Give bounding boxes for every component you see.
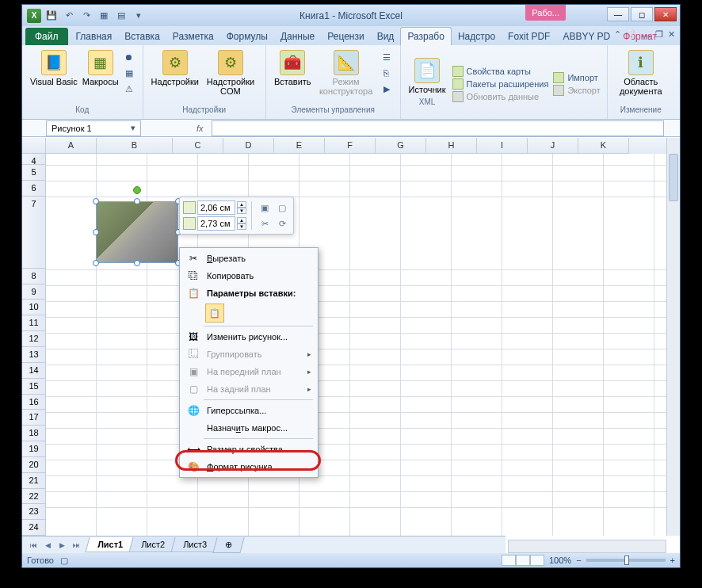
col-header[interactable]: F <box>325 138 376 154</box>
row-header[interactable]: 22 <box>22 489 46 505</box>
map-properties-button[interactable]: Свойства карты <box>452 66 549 77</box>
minimize-button[interactable]: — <box>607 7 629 21</box>
properties-icon[interactable]: ☰ <box>380 50 394 64</box>
spin-up[interactable]: ▲ <box>237 217 246 223</box>
resize-handle[interactable] <box>93 260 99 266</box>
macro-security-icon[interactable]: ⚠ <box>122 82 136 96</box>
row-header[interactable]: 8 <box>22 269 46 284</box>
col-header[interactable]: J <box>528 138 578 154</box>
select-all-corner[interactable] <box>22 138 46 154</box>
chevron-down-icon[interactable]: ▾ <box>131 123 135 133</box>
refresh-data-button[interactable]: Обновить данные <box>452 91 549 102</box>
row-header[interactable]: 20 <box>22 457 46 473</box>
col-header[interactable]: D <box>223 138 274 154</box>
run-dialog-icon[interactable]: ▶ <box>380 82 394 96</box>
save-icon[interactable]: 💾 <box>44 9 59 23</box>
tab-insert[interactable]: Вставка <box>118 28 166 45</box>
bring-front-icon[interactable]: ▣ <box>257 200 273 215</box>
resize-handle[interactable] <box>93 198 99 204</box>
height-input[interactable] <box>197 200 235 215</box>
expansion-packs-button[interactable]: Пакеты расширения <box>452 78 549 90</box>
sheet-tab[interactable]: Лист1 <box>85 537 135 552</box>
view-normal-button[interactable] <box>502 555 516 566</box>
width-input[interactable] <box>197 216 235 231</box>
record-macro-icon[interactable]: ⏺ <box>122 50 136 64</box>
cells[interactable]: ▲▼ ▲▼ ▣ ▢ <box>46 154 680 536</box>
sheet-nav-prev[interactable]: ◀ <box>41 539 54 552</box>
qat-item-icon[interactable]: ▦ <box>97 9 111 23</box>
tab-developer[interactable]: Разрабо <box>400 27 452 45</box>
sheet-nav-first[interactable]: ⏮ <box>27 539 40 552</box>
send-back-icon[interactable]: ▢ <box>274 200 290 215</box>
row-header[interactable]: 19 <box>22 441 46 457</box>
redo-icon[interactable]: ↷ <box>79 9 93 23</box>
zoom-slider[interactable] <box>586 559 666 562</box>
menu-cut[interactable]: ✂Вырезать <box>181 250 316 267</box>
col-header[interactable]: K <box>578 138 629 154</box>
export-button[interactable]: Экспорт <box>553 85 600 96</box>
fx-icon[interactable]: fx <box>196 124 204 133</box>
col-header[interactable]: A <box>46 138 97 154</box>
col-header[interactable]: G <box>376 138 426 154</box>
document-panel-button[interactable]: ℹОбласть документа <box>614 48 668 97</box>
row-header[interactable]: 9 <box>22 284 46 300</box>
picture-object[interactable] <box>96 201 178 263</box>
tab-data[interactable]: Данные <box>274 28 321 45</box>
scrollbar-thumb[interactable] <box>669 154 678 201</box>
crop-icon[interactable]: ✂ <box>257 216 273 231</box>
row-header[interactable]: 5 <box>22 165 46 181</box>
row-header[interactable]: 17 <box>22 410 46 426</box>
menu-hyperlink[interactable]: 🌐Гиперссылка... <box>181 402 316 419</box>
resize-handle[interactable] <box>134 260 140 266</box>
view-break-button[interactable] <box>530 555 544 566</box>
name-box[interactable]: Рисунок 1▾ <box>46 120 141 136</box>
row-header[interactable]: 11 <box>22 315 46 331</box>
tab-foxit[interactable]: Foxit PDF <box>502 28 556 45</box>
row-header[interactable]: 14 <box>22 363 46 379</box>
tab-review[interactable]: Рецензи <box>321 28 370 45</box>
spin-up[interactable]: ▲ <box>237 201 246 208</box>
tab-formulas[interactable]: Формулы <box>220 28 274 45</box>
xml-source-button[interactable]: 📄Источник <box>407 56 448 96</box>
tab-home[interactable]: Главная <box>70 28 119 45</box>
col-header[interactable]: C <box>173 138 223 154</box>
formula-input[interactable] <box>212 120 664 136</box>
col-header[interactable]: I <box>477 138 528 154</box>
undo-icon[interactable]: ↶ <box>62 9 76 23</box>
zoom-out-button[interactable]: − <box>576 556 581 565</box>
tab-layout[interactable]: Разметка <box>166 28 220 45</box>
sheet-nav-next[interactable]: ▶ <box>55 539 68 552</box>
row-header[interactable]: 15 <box>22 379 46 395</box>
row-header[interactable]: 6 <box>22 181 46 197</box>
view-code-icon[interactable]: ⎘ <box>380 66 394 80</box>
zoom-knob[interactable] <box>624 556 629 565</box>
view-layout-button[interactable] <box>516 555 530 566</box>
menu-copy[interactable]: ⿻Копировать <box>181 267 316 284</box>
horizontal-scrollbar[interactable] <box>508 540 666 553</box>
row-header[interactable]: 23 <box>22 504 46 520</box>
tab-abbyy[interactable]: ABBYY PD <box>556 28 616 45</box>
row-header[interactable]: 24 <box>22 520 46 536</box>
doc-minimize-icon[interactable]: — <box>642 30 650 40</box>
relative-ref-icon[interactable]: ▦ <box>122 66 136 80</box>
design-mode-button[interactable]: 📐Режим конструктора <box>315 48 378 97</box>
row-header[interactable]: 21 <box>22 473 46 489</box>
rotate-handle[interactable] <box>133 186 141 194</box>
spin-down[interactable]: ▼ <box>237 208 246 214</box>
qat-open-icon[interactable]: ▤ <box>114 9 128 23</box>
row-header[interactable]: 12 <box>22 331 46 347</box>
sheet-tab[interactable]: Лист2 <box>129 537 177 552</box>
macro-record-icon[interactable]: ▢ <box>60 556 68 566</box>
col-header[interactable]: H <box>426 138 477 154</box>
row-header[interactable]: 7 <box>22 197 46 269</box>
menu-format-picture[interactable]: 🎨Формат рисунка... <box>181 458 316 475</box>
doc-restore-icon[interactable]: ❐ <box>655 29 663 40</box>
tab-addins[interactable]: Надстро <box>452 28 502 45</box>
insert-control-button[interactable]: 🧰Вставить <box>273 48 313 97</box>
col-header[interactable]: B <box>97 138 173 154</box>
tab-view[interactable]: Вид <box>371 28 401 45</box>
maximize-button[interactable]: ◻ <box>631 7 653 21</box>
row-header[interactable]: 4 <box>22 154 46 165</box>
row-header[interactable]: 10 <box>22 300 46 315</box>
sheet-nav-last[interactable]: ⏭ <box>70 539 82 552</box>
